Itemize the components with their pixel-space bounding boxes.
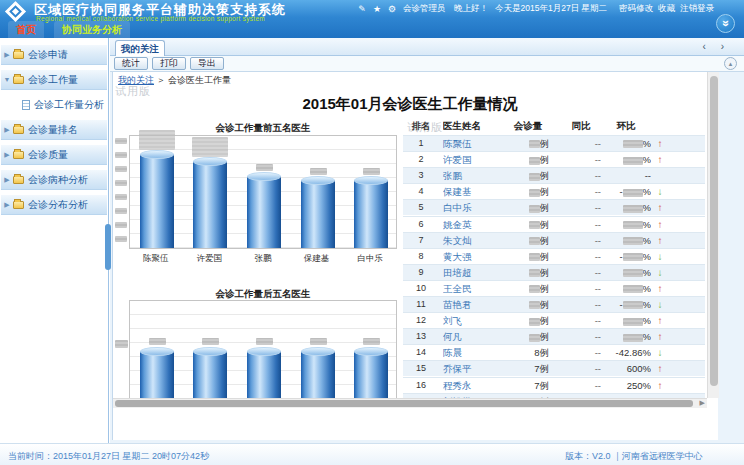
table-row[interactable]: 8黄大强例---%↓	[403, 248, 705, 264]
table-row[interactable]: 15乔保平7例--600%↑	[403, 360, 705, 376]
x-axis-label: 许爱国	[182, 253, 236, 265]
top-header-bar: 区域医疗协同服务平台辅助决策支持系统 Regional medical coll…	[0, 0, 744, 38]
table-row[interactable]: 11苗艳君例---%↓	[403, 296, 705, 312]
censored-value-label	[363, 168, 380, 175]
cylinder-bar	[247, 172, 281, 248]
table-row[interactable]: 10王全民例--%↑	[403, 280, 705, 296]
doctor-name-link[interactable]: 保建基	[443, 186, 511, 199]
doctor-name-link[interactable]: 朱文灿	[443, 235, 511, 248]
horizontal-scrollbar[interactable]: ▶	[113, 398, 707, 408]
page-title: 2015年01月会诊医生工作量情况	[113, 95, 707, 114]
x-axis-label: 陈聚伍	[129, 253, 183, 265]
sidebar-item[interactable]: ▶会诊量排名	[1, 119, 107, 140]
user-link[interactable]: 密码修改	[619, 3, 653, 13]
user-link[interactable]: 注销登录	[680, 3, 714, 13]
tab-my-focus[interactable]: 我的关注	[115, 40, 165, 57]
table-row[interactable]: 12刘飞例--%↑	[403, 312, 705, 328]
chevron-right-icon: ▶	[1, 201, 13, 209]
doctor-name-link[interactable]: 陈晨	[443, 347, 511, 360]
trend-up-icon: ↑	[653, 202, 667, 213]
table-row[interactable]: 2许爱国例--%↑	[403, 151, 705, 167]
tab-scroll-arrows[interactable]: ‹ ›	[703, 41, 730, 52]
doctor-name-link[interactable]: 程秀永	[443, 380, 511, 393]
pencil-icon[interactable]: ✎	[358, 4, 366, 14]
censored-value-label	[310, 338, 327, 345]
censored-y-tick	[115, 180, 127, 186]
column-header: 会诊量	[507, 120, 549, 133]
sidebar-item[interactable]: ▼会诊工作量	[1, 69, 107, 90]
table-row[interactable]: 13何凡例--%↑	[403, 328, 705, 344]
sidebar-item[interactable]: ▶会诊病种分析	[1, 169, 107, 190]
chevron-right-icon: ▶	[1, 51, 13, 59]
chevron-right-icon: ▶	[1, 176, 13, 184]
table-row[interactable]: 1陈聚伍例--%↑	[403, 135, 705, 151]
star-icon[interactable]: ★	[373, 4, 381, 14]
x-axis-label: 保建基	[290, 253, 344, 265]
table-row[interactable]: 5白中乐例--%↑	[403, 199, 705, 215]
censored-y-tick	[115, 222, 127, 228]
x-axis-label: 白中乐	[343, 253, 397, 265]
scroll-top-button[interactable]: «	[716, 14, 735, 33]
sidebar-item[interactable]: ▶会诊质量	[1, 144, 107, 165]
table-row[interactable]: 3张鹏例----	[403, 167, 705, 183]
user-links: 密码修改收藏注销登录	[614, 3, 714, 15]
vertical-scrollbar-thumb[interactable]	[710, 76, 718, 386]
scroll-right-arrow[interactable]: ▶	[700, 399, 705, 407]
doctor-name-link[interactable]: 黄大强	[443, 251, 511, 264]
column-header: 同比	[561, 120, 601, 133]
toolbar-button-导出[interactable]: 导出	[190, 57, 224, 70]
doctor-name-link[interactable]: 白中乐	[443, 202, 511, 215]
censored-value-label	[139, 130, 175, 150]
nav-tab-business-analysis[interactable]: 协同业务分析	[54, 21, 130, 38]
table-row[interactable]: 6姚金英例--%↑	[403, 216, 705, 232]
user-link[interactable]: 收藏	[658, 3, 675, 13]
doctor-name-link[interactable]: 许爱国	[443, 154, 511, 167]
sidebar-item[interactable]: ▶会诊申请	[1, 44, 107, 65]
doctor-name-link[interactable]: 苗艳君	[443, 299, 511, 312]
doctor-name-link[interactable]: 乔保平	[443, 363, 511, 376]
horizontal-scrollbar-thumb[interactable]	[115, 400, 693, 407]
censored-value-label	[192, 137, 228, 157]
censored-value-label	[310, 168, 327, 175]
document-tab-strip: 我的关注 ‹ ›	[110, 38, 744, 56]
sidebar-splitter-handle[interactable]	[105, 224, 111, 270]
table-row[interactable]: 7朱文灿例--%↑	[403, 232, 705, 248]
doctor-name-link[interactable]: 刘飞	[443, 315, 511, 328]
toolbar-button-统计[interactable]: 统计	[114, 57, 148, 70]
sidebar-menu: ▶会诊申请▼会诊工作量会诊工作量分析▶会诊量排名▶会诊质量▶会诊病种分析▶会诊分…	[0, 38, 109, 443]
folder-icon	[13, 151, 24, 159]
censored-value-label	[256, 338, 273, 345]
doctor-name-link[interactable]: 陈聚伍	[443, 138, 511, 151]
censored-y-tick	[115, 194, 127, 200]
cylinder-bar	[193, 347, 227, 398]
user-greeting: 会诊管理员 晚上好！	[403, 3, 488, 15]
censored-y-tick	[115, 138, 127, 144]
vertical-scrollbar[interactable]	[707, 72, 719, 398]
folder-icon	[13, 51, 24, 59]
trend-down-icon: ↓	[653, 186, 667, 197]
nav-tab-home[interactable]: 首页	[8, 21, 44, 38]
trend-up-icon: ↑	[653, 138, 667, 149]
trend-up-icon: ↑	[653, 219, 667, 230]
sidebar-subitem[interactable]: 会诊工作量分析	[0, 94, 107, 115]
collapse-toolbar-button[interactable]: ▲	[724, 57, 737, 70]
chevron-right-icon: ▶	[1, 126, 13, 134]
table-header-row: 排名医生姓名会诊量同比环比	[403, 118, 705, 135]
gear-icon[interactable]: ⚙	[388, 4, 396, 14]
doctor-name-link[interactable]: 田培超	[443, 267, 511, 280]
document-icon	[22, 100, 30, 110]
table-row[interactable]: 9田培超例--%↓	[403, 264, 705, 280]
doctor-name-link[interactable]: 王全民	[443, 283, 511, 296]
table-row[interactable]: 4保建基例---%↓	[403, 183, 705, 199]
toolbar-button-打印[interactable]: 打印	[152, 57, 186, 70]
doctor-name-link[interactable]: 张鹏	[443, 170, 511, 183]
table-row[interactable]: 16程秀永7例--250%↑	[403, 377, 705, 393]
chart2-y-axis-censored-label	[115, 340, 128, 348]
folder-icon	[13, 126, 24, 134]
chart2-plot	[129, 300, 397, 398]
doctor-name-link[interactable]: 姚金英	[443, 219, 511, 232]
table-row[interactable]: 14陈晨8例---42.86%↓	[403, 344, 705, 360]
current-date: 今天是2015年1月27日 星期二	[495, 3, 607, 15]
sidebar-item[interactable]: ▶会诊分布分析	[1, 194, 107, 215]
doctor-name-link[interactable]: 何凡	[443, 331, 511, 344]
